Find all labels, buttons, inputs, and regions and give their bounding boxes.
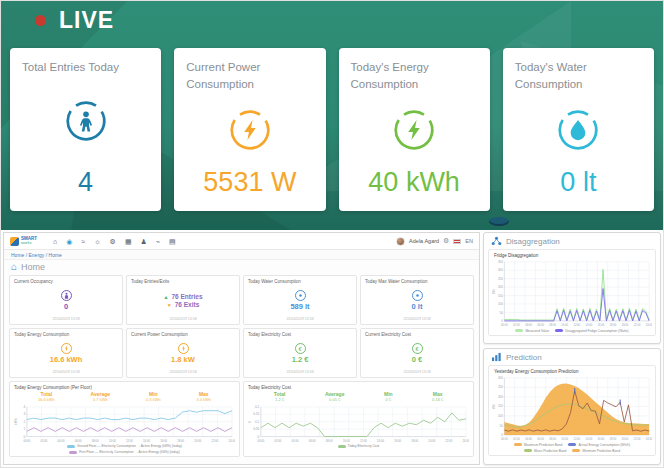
svg-text:€: € xyxy=(248,421,252,423)
svg-text:14:00: 14:00 xyxy=(585,437,592,441)
logo-line2: works xyxy=(21,241,37,245)
kpi-card-title: Today's Water Consumption xyxy=(515,59,642,92)
power-icon[interactable]: ⌁ xyxy=(156,238,160,245)
svg-text:04:00: 04:00 xyxy=(525,437,532,441)
svg-text:08:00: 08:00 xyxy=(549,437,556,441)
mini-card-occupancy: Current Occupancy 0 22/04/2019 13:58 xyxy=(9,275,123,325)
person-icon[interactable]: ♟ xyxy=(141,238,147,245)
navbar-user-area: Adela Agard ⚙ EN xyxy=(396,237,473,246)
electricity-cost-chart: 00.050.10.150.2€00:0002:0004:0006:0008:0… xyxy=(248,404,469,443)
person-icon xyxy=(22,76,149,167)
svg-text:06:00: 06:00 xyxy=(309,439,316,443)
entries-row: ▲ 76 Entries xyxy=(163,293,202,300)
svg-text:200: 200 xyxy=(498,395,503,399)
mini-card-value: 0 € xyxy=(412,355,422,364)
bar-chart-icon xyxy=(491,348,502,366)
kpi-card-today-water: Today's Water Consumption 0 lt xyxy=(503,48,654,211)
person-icon xyxy=(61,290,72,301)
svg-text:02:00: 02:00 xyxy=(513,437,520,441)
mini-card-current-power: Current Power Consumption 1.8 kW 22/04/2… xyxy=(126,328,240,378)
legend-swatch-icon xyxy=(69,451,77,455)
arrow-up-icon: ▲ xyxy=(163,294,168,300)
svg-text:14:00: 14:00 xyxy=(377,439,384,443)
svg-text:10:00: 10:00 xyxy=(343,439,350,443)
chart-title: Yesterday Energy Consumption Prediction xyxy=(494,369,652,374)
hero-section: LIVE Total Entries Today 4 Current Power… xyxy=(1,1,663,230)
svg-text:12:00: 12:00 xyxy=(126,439,133,443)
kpi-card-value: 4 xyxy=(22,167,149,198)
svg-text:2: 2 xyxy=(24,420,26,424)
apps-icon[interactable]: ▤ xyxy=(169,238,176,245)
legend-swatch-icon xyxy=(338,445,346,449)
svg-text:14:00: 14:00 xyxy=(143,439,150,443)
mini-chart-row: Today Energy Consumption (Per Floor) Tot… xyxy=(9,381,474,457)
kpi-card-total-entries: Total Entries Today 4 xyxy=(10,48,161,211)
user-avatar[interactable] xyxy=(396,237,405,246)
svg-text:22:00: 22:00 xyxy=(634,323,641,327)
svg-text:24:00: 24:00 xyxy=(229,439,235,443)
gear-icon[interactable]: ⚙ xyxy=(110,238,116,245)
legend-item: Maximum Prediction Band xyxy=(514,443,562,447)
svg-text:14:00: 14:00 xyxy=(585,323,592,327)
chart-stats: Total1.2 € Average0.05 € Min0 € Max0.16 … xyxy=(254,391,463,402)
legend-item: Mean Prediction Band xyxy=(524,449,566,453)
svg-text:250: 250 xyxy=(498,277,503,281)
svg-text:04:00: 04:00 xyxy=(292,439,299,443)
entries-value: 76 Entries xyxy=(171,293,202,300)
legend-swatch-icon xyxy=(524,449,532,453)
svg-text:300: 300 xyxy=(498,268,503,272)
euro-icon: € xyxy=(295,343,306,354)
mini-card-value: 589 lt xyxy=(290,302,309,311)
mini-card-water: Today Water Consumption 589 lt 22/04/201… xyxy=(243,275,357,325)
svg-text:100: 100 xyxy=(498,414,503,418)
svg-text:08:00: 08:00 xyxy=(549,323,556,327)
grid-icon[interactable]: ▦ xyxy=(125,238,132,245)
svg-text:08:00: 08:00 xyxy=(92,439,99,443)
app-logo[interactable]: SMART works xyxy=(10,237,37,246)
page-heading: ⌂ Home xyxy=(4,260,479,274)
home-icon: ⌂ xyxy=(11,262,17,272)
breadcrumb[interactable]: Home / Energy / Home xyxy=(4,250,479,260)
svg-text:02:00: 02:00 xyxy=(275,439,282,443)
svg-text:10:00: 10:00 xyxy=(561,437,568,441)
settings-gear-icon[interactable]: ⚙ xyxy=(443,237,449,245)
mini-card-value: 1.2 € xyxy=(292,355,309,364)
legend-item: Today Electricity Cost xyxy=(338,444,380,448)
thermometer-icon[interactable]: ☼ xyxy=(94,238,100,245)
svg-text:22:00: 22:00 xyxy=(211,439,218,443)
home-icon[interactable]: ⌂ xyxy=(53,238,57,245)
chart-legend: Maximum Prediction BandActual Energy Con… xyxy=(492,443,652,453)
bolt-icon xyxy=(351,92,478,167)
logo-icon xyxy=(10,237,19,246)
svg-text:02:00: 02:00 xyxy=(41,439,48,443)
prediction-chart: 050100150200250300Wh00:0002:0004:0006:00… xyxy=(492,375,652,442)
mini-card-current-cost: Current Electricity Cost € 0 € 22/04/201… xyxy=(360,328,474,378)
lightbulb-icon[interactable]: ◉ xyxy=(66,238,72,245)
disaggregation-chart: 050100150200250300350Wh00:0002:0004:0006… xyxy=(492,259,652,328)
svg-text:20:00: 20:00 xyxy=(428,439,435,443)
language-flag-icon[interactable] xyxy=(453,239,461,244)
svg-text:00:00: 00:00 xyxy=(23,439,30,443)
mini-card-caption: 22/04/2019 13:58 xyxy=(365,317,469,321)
svg-text:18:00: 18:00 xyxy=(610,323,617,327)
user-name[interactable]: Adela Agard xyxy=(409,238,439,244)
svg-text:0.05: 0.05 xyxy=(253,427,259,431)
wifi-icon[interactable]: ≈ xyxy=(81,238,85,245)
mini-card-max-water: Today Max Water Consumption 0 lt 22/04/2… xyxy=(360,275,474,325)
bolt-icon xyxy=(61,343,72,354)
dashboard-app-panel: SMART works ⌂◉≈☼⚙▦♟⌁▤ Adela Agard ⚙ EN H… xyxy=(3,232,480,465)
svg-text:200: 200 xyxy=(498,285,503,289)
svg-text:00:00: 00:00 xyxy=(501,437,508,441)
mini-card-caption: 22/04/2019 13:58 xyxy=(248,370,352,374)
svg-text:18:00: 18:00 xyxy=(177,439,184,443)
legend-label: Minimum Prediction Band xyxy=(582,449,620,453)
svg-text:04:00: 04:00 xyxy=(525,323,532,327)
chart-title: Fridge Disaggregation xyxy=(494,253,652,258)
svg-text:24:00: 24:00 xyxy=(646,437,652,441)
language-label[interactable]: EN xyxy=(465,238,473,244)
kpi-card-title: Current Power Consumption xyxy=(186,59,313,92)
svg-text:Wh: Wh xyxy=(492,289,496,294)
svg-text:0: 0 xyxy=(501,319,503,323)
navbar-icon-row: ⌂◉≈☼⚙▦♟⌁▤ xyxy=(53,238,176,245)
kpi-card-title: Total Entries Today xyxy=(22,59,149,76)
